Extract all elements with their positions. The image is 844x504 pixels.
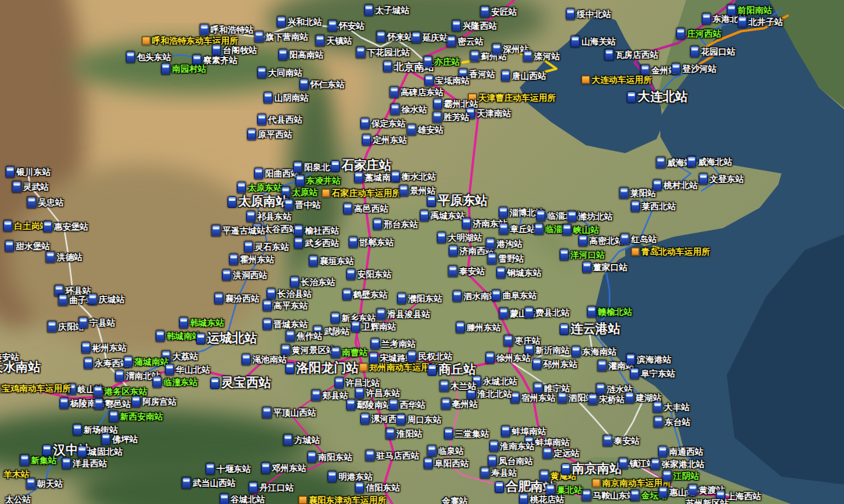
station-label[interactable]: 赣榆北站 [587,306,632,318]
station-label[interactable]: 高邑西站 [343,203,388,215]
station-label[interactable]: 郏县站 [312,390,349,402]
station-label[interactable]: 武乡西站 [294,238,339,249]
station-label[interactable]: 兴和北站 [277,16,322,28]
station-label[interactable]: 吴忠站 [27,197,64,209]
station-label[interactable]: 绥中北站 [566,9,611,20]
station-label[interactable]: 衡水北站 [391,171,436,183]
station-label[interactable]: 木兰站 [440,381,477,392]
station-label[interactable]: 徐水站 [391,104,427,116]
station-label[interactable]: 信阳东站 [355,482,400,494]
station-label[interactable]: 潍坊北站 [567,211,613,223]
station-label[interactable]: 十堰东站 [206,463,251,475]
station-label[interactable]: 保定东站 [360,118,406,130]
station-label[interactable]: 蚌埠南站 [501,426,546,438]
satellite-map[interactable]: 呼和浩特站呼和浩特东动车运用所旗下营南站台阁牧站包头东站察素齐站南园村站兴和北站… [0,0,844,504]
station-label[interactable]: 高平东站 [263,300,308,312]
station-label[interactable]: 庆城站 [88,294,125,306]
station-label[interactable]: 长治东站 [290,277,335,288]
station-label[interactable]: 定远站 [543,448,580,459]
station-label[interactable]: 驻马店西站 [366,450,420,462]
station-label[interactable]: 红岛站 [620,234,657,245]
station-label[interactable]: 阳高南站 [278,49,324,61]
station-label[interactable]: 南阳东站 [307,452,352,463]
station-label[interactable]: 兰考南站 [370,338,416,350]
station-label[interactable]: 霍州东站 [229,254,274,266]
station-label[interactable]: 阜宁东站 [630,368,675,380]
station-label[interactable]: 石家庄站 [331,159,392,172]
station-label[interactable]: 新西安南站 [109,411,163,423]
station-label[interactable]: 大同南站 [257,67,302,79]
station-label[interactable]: 钢城东站 [496,267,542,279]
station-label[interactable]: 胜芳站 [433,112,470,123]
station-label[interactable]: 鄢陵南站 [346,399,392,411]
station-label[interactable]: 怀仁东站 [299,79,345,91]
station-label[interactable]: 洪德站 [46,252,83,263]
station-label[interactable]: 襄汾西站 [214,293,259,305]
station-label[interactable]: 太原南站 [227,195,288,208]
station-label[interactable]: 谷城北站 [220,494,265,504]
station-label[interactable]: 洋县西站 [62,458,107,470]
station-label[interactable]: 宁县站 [79,317,116,329]
station-label[interactable]: 邢台东站 [373,219,418,231]
station-label[interactable]: 南曹站 [331,347,368,359]
station-label[interactable]: 亦庄站 [424,56,460,68]
station-label[interactable]: 东凌井站 [295,175,341,187]
station-label[interactable]: 高密北站 [578,235,624,247]
station-label[interactable]: 安匠站 [481,6,517,18]
station-label[interactable]: 桃村北站 [653,180,698,191]
station-label[interactable]: 彬州东站 [81,342,127,354]
station-label[interactable]: 方城站 [284,434,320,446]
station-label[interactable]: 朝天站 [27,478,63,490]
station-label[interactable]: 城固北站 [77,446,123,458]
station-label[interactable]: 花园口站 [690,46,735,58]
station-label[interactable]: 临潼东站 [152,377,198,388]
station-label[interactable]: 曲阜东站 [492,290,537,302]
station-label[interactable]: 滑县浚县站 [377,309,431,320]
station-label[interactable]: 代县西站 [257,114,302,126]
station-label[interactable]: 北井子站 [738,16,783,28]
station-label[interactable]: 洋河口站 [560,249,605,261]
station-label[interactable]: 寿县站 [481,467,517,479]
station-label[interactable]: 平遥古城站 [212,225,266,237]
station-label[interactable]: 邓州东站 [261,463,306,474]
station-label[interactable]: 长治县站 [266,288,312,300]
station-label[interactable]: 雄安站 [407,124,444,136]
station-label[interactable]: 襄垣东站 [309,256,354,267]
station-label[interactable]: 银川东站 [5,166,51,178]
station-label[interactable]: 原平西站 [247,129,292,141]
station-label[interactable]: 港沟站 [486,238,523,250]
station-label[interactable]: 灵宝西站 [210,377,271,389]
station-label[interactable]: 峡山站 [563,224,599,236]
station-label[interactable]: 泰安站 [603,435,640,447]
station-label[interactable]: 蒲城南站 [123,356,169,368]
station-label[interactable]: 徐州东站 [485,352,531,364]
station-label[interactable]: 苏州新区站 [686,499,729,504]
station-label[interactable]: 马鞍山东站 [582,490,636,502]
station-label[interactable]: 东海南站 [571,346,617,358]
station-label[interactable]: 大丰站 [653,402,690,413]
depot-label[interactable]: 天津曹庄动车运用所 [468,94,556,102]
station-label[interactable]: 怀安站 [328,20,365,32]
station-label[interactable]: 东台站 [654,416,691,428]
station-label[interactable]: 禹城东站 [420,210,465,222]
station-label[interactable]: 雪野站 [488,253,524,265]
station-label[interactable]: 大连北站 [627,91,688,103]
station-label[interactable]: 邳州东站 [532,359,578,370]
station-label[interactable]: 淮阳站 [386,428,423,440]
depot-label[interactable]: 石家庄动车运用所 [322,189,401,198]
station-label[interactable]: 延庆站 [412,32,449,44]
station-label[interactable]: 董家口站 [582,262,628,273]
station-label[interactable]: 明港东站 [327,471,373,483]
station-label[interactable]: 旗下营南站 [255,31,309,43]
station-label[interactable]: 登沙河站 [671,63,717,75]
station-label[interactable]: 平原东站 [427,195,488,207]
station-label[interactable]: 晋中站 [284,199,321,211]
station-label[interactable]: 凤台南站 [488,456,533,467]
station-label[interactable]: 太原东站 [237,182,282,194]
station-label[interactable]: 莱西北站 [631,201,676,213]
station-label[interactable]: 华山北站 [165,364,210,376]
depot-label[interactable]: 襄阳东津动车运用所 [299,496,386,504]
station-label[interactable]: 黄河景区站 [281,345,335,356]
station-label[interactable]: 天镇站 [316,35,352,47]
station-label[interactable]: 宝坻南站 [424,75,470,87]
